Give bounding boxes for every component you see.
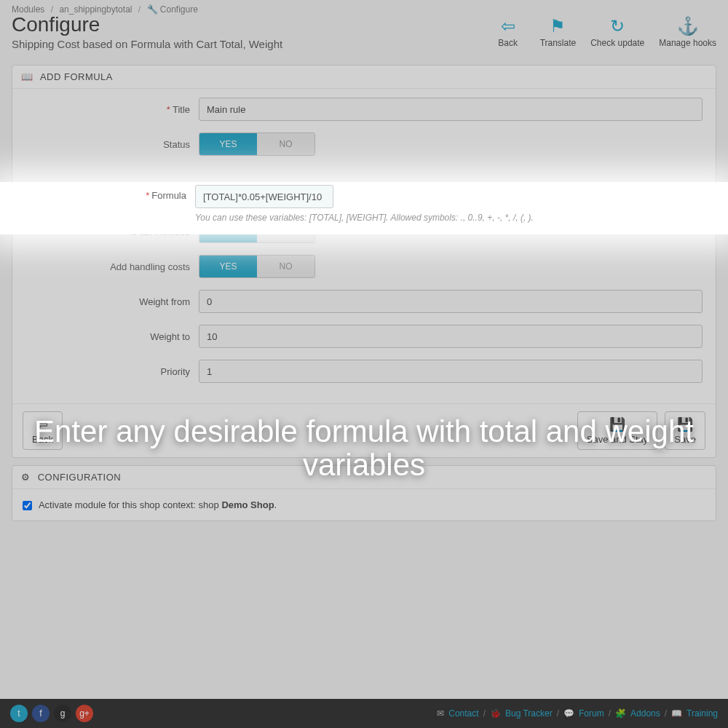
add-formula-panel: 📖 ADD FORMULA *Title Status YES NO Is ta… [12,65,716,458]
footer-contact[interactable]: Contact [448,708,478,719]
page-title: Configure [12,13,491,36]
handling-no[interactable]: NO [257,256,314,277]
facebook-icon[interactable]: f [32,705,50,722]
translate-button[interactable]: ⚑ Translate [540,16,577,48]
activate-prefix: Activate module for this shop context: s… [39,499,221,510]
breadcrumb: Modules / an_shippingbytotal / 🔧 Configu… [0,0,728,15]
activate-shop-name: Demo Shop [221,499,274,510]
manage-hooks-button[interactable]: ⚓ Manage hooks [659,16,716,48]
config-heading-text: CONFIGURATION [38,472,122,483]
handling-toggle[interactable]: YES NO [199,255,315,278]
back-button[interactable]: ⇦ Back [491,16,526,48]
footer-training[interactable]: Training [687,708,718,719]
footer-bar: t f g g+ ✉ Contact/ 🐞 Bug Tracker/ 💬 For… [0,699,728,728]
status-toggle[interactable]: YES NO [199,132,315,156]
save-icon: 💾 [677,416,693,432]
github-icon[interactable]: g [54,705,71,722]
flag-icon: ⚑ [540,16,577,36]
is-tax-toggle[interactable]: YES NO [199,220,315,243]
page-subtitle: Shipping Cost based on Formula with Cart… [12,38,491,50]
priority-input[interactable] [199,360,703,383]
googleplus-icon[interactable]: g+ [76,705,93,722]
arrow-left-circle-icon: ⇦ [491,16,526,36]
activate-checkbox[interactable] [23,501,32,510]
panel-back-button[interactable]: ⇦ Back [23,411,63,450]
title-label: *Title [25,104,199,115]
gear-icon: ⚙ [21,472,31,483]
twitter-icon[interactable]: t [10,705,28,722]
footer-addons[interactable]: Addons [630,708,660,719]
save-label: Save [674,434,696,445]
arrow-left-circle-icon: ⇦ [37,416,48,432]
is-tax-no[interactable]: NO [257,221,314,242]
save-button[interactable]: 💾 Save [665,411,705,450]
anchor-icon: ⚓ [659,16,716,36]
puzzle-icon: 🧩 [615,708,626,719]
book-icon: 📖 [21,71,33,82]
bug-icon: 🐞 [490,708,501,719]
refresh-icon: ↻ [590,16,644,36]
is-tax-label: Is tax included [25,226,199,237]
weight-to-label: Weight to [25,331,199,342]
translate-label: Translate [540,38,577,48]
save-stay-button[interactable]: 💾 Save and Stay [577,411,658,450]
is-tax-yes[interactable]: YES [199,221,257,242]
panel-back-label: Back [32,434,53,445]
check-update-button[interactable]: ↻ Check update [590,16,644,48]
back-label: Back [498,38,518,48]
panel-heading-text: ADD FORMULA [40,71,113,82]
configuration-panel: ⚙ CONFIGURATION Activate module for this… [12,465,716,521]
weight-from-input[interactable] [199,290,703,313]
chat-icon: 💬 [563,708,574,719]
status-no[interactable]: NO [257,133,314,155]
handling-label: Add handling costs [25,261,199,272]
footer-forum[interactable]: Forum [579,708,604,719]
save-stay-label: Save and Stay [587,434,649,445]
status-label: Status [25,139,199,150]
check-update-label: Check update [590,38,644,48]
weight-to-input[interactable] [199,325,703,348]
mail-icon: ✉ [437,708,444,719]
title-input[interactable] [199,98,703,121]
priority-label: Priority [25,366,199,377]
book-icon: 📖 [671,708,682,719]
footer-bug[interactable]: Bug Tracker [505,708,553,719]
handling-yes[interactable]: YES [199,256,257,277]
save-icon: 💾 [609,416,625,432]
activate-suffix: . [274,499,277,510]
status-yes[interactable]: YES [199,133,257,155]
weight-from-label: Weight from [25,296,199,307]
header-toolbar: ⇦ Back ⚑ Translate ↻ Check update ⚓ Mana… [491,15,716,48]
manage-hooks-label: Manage hooks [659,38,716,48]
